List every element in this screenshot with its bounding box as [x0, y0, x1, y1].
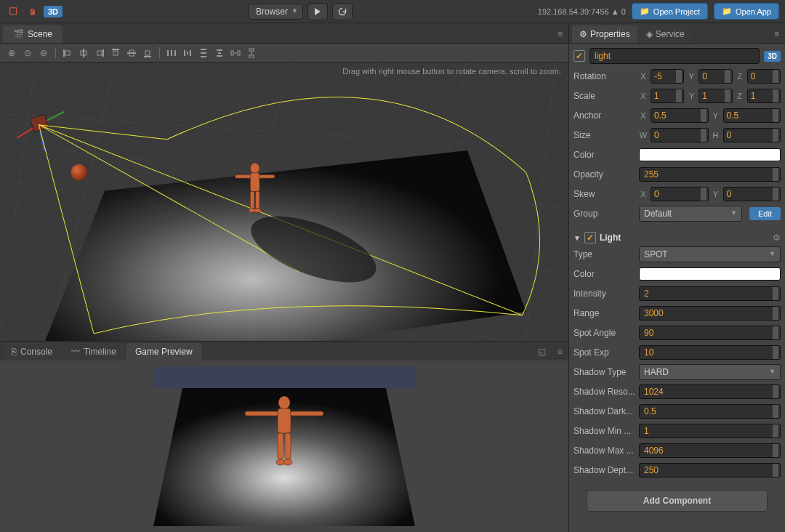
- scene-viewport[interactable]: Drag with right mouse button to rotate c…: [0, 63, 568, 341]
- ip-address: 192.168.54.39:7456 ▲ 0: [538, 7, 626, 16]
- spot-exp-input[interactable]: 10: [639, 345, 781, 360]
- svg-rect-12: [145, 51, 150, 55]
- panel-menu-icon[interactable]: ≡: [552, 343, 568, 360]
- tab-scene[interactable]: 🎬Scene: [3, 25, 63, 43]
- shadow-res-input[interactable]: 1024: [639, 384, 781, 399]
- node-3d-badge[interactable]: 3D: [764, 51, 781, 62]
- svg-line-35: [0, 63, 35, 341]
- tab-game-preview[interactable]: Game Preview: [126, 343, 201, 360]
- anchor-label: Anchor: [573, 110, 639, 121]
- light-color-label: Color: [573, 269, 639, 279]
- zoom-reset-icon[interactable]: ⊙: [20, 46, 35, 60]
- svg-point-70: [283, 459, 292, 465]
- scale-z-input[interactable]: 1: [747, 89, 781, 103]
- spot-angle-label: Spot Angle: [573, 328, 639, 338]
- inspector-panel: 3D Rotation X-5 Y0 Z0 Scale X1 Y1 Z1: [569, 44, 785, 532]
- play-button[interactable]: [307, 3, 328, 20]
- scale-x-input[interactable]: 1: [651, 89, 684, 103]
- align-hcenter-icon[interactable]: [76, 46, 91, 60]
- hand-icon[interactable]: [25, 4, 41, 20]
- shadow-type-select[interactable]: HARD: [639, 364, 781, 380]
- zoom-in-icon[interactable]: ⊕: [4, 46, 19, 60]
- size-h-input[interactable]: 0: [723, 128, 781, 142]
- range-input[interactable]: 3000: [639, 306, 781, 321]
- light-component-header[interactable]: ▼ Light ⚙: [573, 229, 781, 246]
- rotation-y-input[interactable]: 0: [699, 69, 732, 84]
- align-bottom-icon[interactable]: [140, 46, 155, 60]
- top-toolbar: 3D Browser 192.168.54.39:7456 ▲ 0 📁Open …: [0, 0, 785, 23]
- tab-timeline[interactable]: 〰Timeline: [63, 343, 125, 360]
- svg-rect-56: [259, 175, 275, 179]
- open-app-button[interactable]: 📁Open App: [714, 3, 779, 20]
- opacity-label: Opacity: [573, 169, 639, 180]
- component-settings-icon[interactable]: ⚙: [773, 233, 781, 243]
- shadow-min-input[interactable]: 1: [639, 424, 781, 438]
- dist-h-icon[interactable]: [164, 46, 179, 60]
- open-project-button[interactable]: 📁Open Project: [632, 3, 708, 20]
- tab-properties[interactable]: ⚙Properties: [572, 25, 637, 43]
- dist-space-v-icon[interactable]: [244, 46, 259, 60]
- browser-dropdown[interactable]: Browser: [248, 4, 303, 20]
- dist-v-icon[interactable]: [196, 46, 211, 60]
- tab-console[interactable]: ⎘Console: [3, 343, 61, 360]
- opacity-input[interactable]: 255: [639, 167, 781, 182]
- align-left-icon[interactable]: [60, 46, 75, 60]
- scale-y-input[interactable]: 1: [699, 89, 732, 103]
- align-top-icon[interactable]: [108, 46, 123, 60]
- shadow-max-input[interactable]: 4096: [639, 443, 781, 458]
- light-type-label: Type: [573, 249, 639, 259]
- svg-rect-26: [238, 51, 240, 55]
- svg-rect-28: [249, 49, 254, 51]
- panel-menu-icon[interactable]: ≡: [768, 25, 785, 43]
- popout-icon[interactable]: ◱: [532, 343, 552, 360]
- light-enabled-checkbox[interactable]: [584, 232, 596, 243]
- arrow-select-icon[interactable]: [6, 4, 22, 20]
- svg-rect-24: [217, 55, 222, 57]
- size-label: Size: [573, 130, 639, 140]
- game-preview-viewport[interactable]: [0, 360, 568, 532]
- align-vcenter-icon[interactable]: [124, 46, 139, 60]
- dist-vcenter-icon[interactable]: [212, 46, 227, 60]
- anchor-x-input[interactable]: 0.5: [651, 108, 709, 123]
- intensity-label: Intensity: [573, 289, 639, 299]
- svg-rect-2: [65, 51, 70, 55]
- tab-service[interactable]: ◈Service: [639, 25, 692, 43]
- 3d-toggle[interactable]: 3D: [44, 6, 63, 17]
- node-name-input[interactable]: [589, 48, 760, 64]
- svg-rect-9: [127, 52, 136, 54]
- spot-angle-input[interactable]: 90: [639, 326, 781, 340]
- dist-hcenter-icon[interactable]: [180, 46, 195, 60]
- dist-space-h-icon[interactable]: [228, 46, 243, 60]
- node-enabled-checkbox[interactable]: [573, 50, 585, 62]
- shadow-depth-input[interactable]: 250: [639, 463, 781, 477]
- svg-rect-6: [97, 51, 102, 55]
- svg-line-31: [0, 114, 568, 150]
- size-w-input[interactable]: 0: [651, 128, 709, 142]
- skew-x-input[interactable]: 0: [651, 187, 709, 201]
- intensity-input[interactable]: 2: [639, 286, 781, 301]
- svg-rect-21: [201, 56, 206, 57]
- rotation-z-input[interactable]: 0: [747, 69, 781, 84]
- anchor-y-input[interactable]: 0.5: [723, 108, 781, 123]
- group-edit-button[interactable]: Edit: [749, 207, 781, 220]
- svg-rect-13: [167, 50, 169, 56]
- refresh-button[interactable]: [332, 3, 353, 20]
- skew-y-input[interactable]: 0: [723, 187, 781, 201]
- zoom-out-icon[interactable]: ⊖: [36, 46, 51, 60]
- svg-point-63: [278, 396, 290, 409]
- svg-rect-0: [10, 7, 17, 14]
- node-color-swatch[interactable]: [639, 148, 781, 161]
- panel-menu-icon[interactable]: ≡: [552, 25, 568, 43]
- light-color-swatch[interactable]: [639, 267, 781, 281]
- scene-toolbar: ⊕ ⊙ ⊖: [0, 44, 568, 63]
- shadow-min-label: Shadow Min ...: [573, 426, 639, 436]
- svg-rect-61: [153, 366, 415, 388]
- add-component-button[interactable]: Add Component: [587, 490, 768, 512]
- layers-icon: ◈: [646, 29, 653, 39]
- svg-line-41: [526, 63, 555, 341]
- group-select[interactable]: Default: [639, 206, 742, 222]
- rotation-x-input[interactable]: -5: [651, 69, 684, 84]
- shadow-dark-input[interactable]: 0.5: [639, 404, 781, 419]
- light-type-select[interactable]: SPOT: [639, 246, 781, 262]
- align-right-icon[interactable]: [92, 46, 107, 60]
